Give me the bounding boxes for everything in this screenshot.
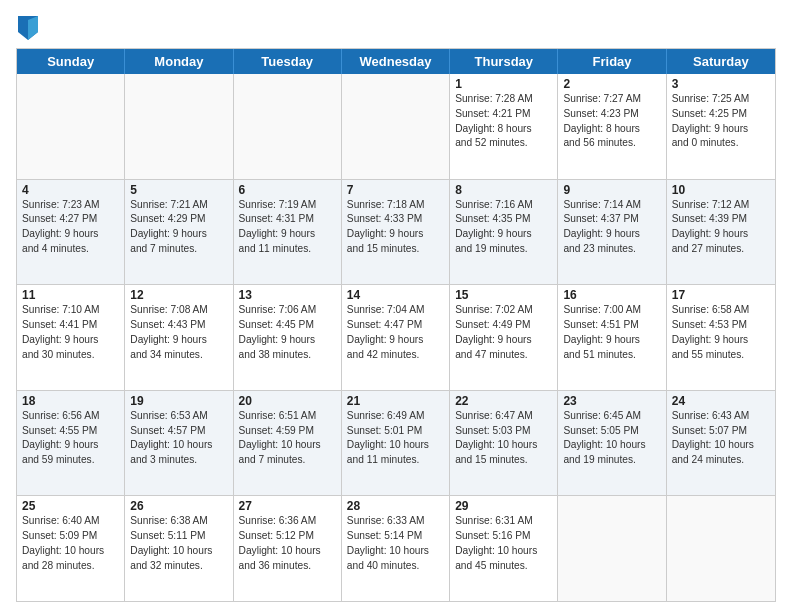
svg-marker-1	[28, 16, 38, 40]
day-info: Sunrise: 7:21 AMSunset: 4:29 PMDaylight:…	[130, 198, 227, 257]
day-info: Sunrise: 7:04 AMSunset: 4:47 PMDaylight:…	[347, 303, 444, 362]
header-day-friday: Friday	[558, 49, 666, 74]
day-number: 14	[347, 288, 444, 302]
day-cell-26: 26Sunrise: 6:38 AMSunset: 5:11 PMDayligh…	[125, 496, 233, 601]
day-info: Sunrise: 7:08 AMSunset: 4:43 PMDaylight:…	[130, 303, 227, 362]
day-info: Sunrise: 7:23 AMSunset: 4:27 PMDaylight:…	[22, 198, 119, 257]
day-info: Sunrise: 6:40 AMSunset: 5:09 PMDaylight:…	[22, 514, 119, 573]
day-number: 23	[563, 394, 660, 408]
day-info: Sunrise: 6:36 AMSunset: 5:12 PMDaylight:…	[239, 514, 336, 573]
day-number: 9	[563, 183, 660, 197]
day-number: 8	[455, 183, 552, 197]
calendar: SundayMondayTuesdayWednesdayThursdayFrid…	[16, 48, 776, 602]
header-day-monday: Monday	[125, 49, 233, 74]
logo-icon	[18, 16, 38, 40]
day-info: Sunrise: 6:51 AMSunset: 4:59 PMDaylight:…	[239, 409, 336, 468]
empty-cell	[558, 496, 666, 601]
day-number: 20	[239, 394, 336, 408]
day-number: 12	[130, 288, 227, 302]
day-cell-11: 11Sunrise: 7:10 AMSunset: 4:41 PMDayligh…	[17, 285, 125, 390]
empty-cell	[342, 74, 450, 179]
day-number: 13	[239, 288, 336, 302]
header	[16, 16, 776, 40]
day-cell-18: 18Sunrise: 6:56 AMSunset: 4:55 PMDayligh…	[17, 391, 125, 496]
day-number: 2	[563, 77, 660, 91]
day-cell-5: 5Sunrise: 7:21 AMSunset: 4:29 PMDaylight…	[125, 180, 233, 285]
day-cell-22: 22Sunrise: 6:47 AMSunset: 5:03 PMDayligh…	[450, 391, 558, 496]
day-number: 3	[672, 77, 770, 91]
day-cell-4: 4Sunrise: 7:23 AMSunset: 4:27 PMDaylight…	[17, 180, 125, 285]
day-cell-3: 3Sunrise: 7:25 AMSunset: 4:25 PMDaylight…	[667, 74, 775, 179]
day-cell-29: 29Sunrise: 6:31 AMSunset: 5:16 PMDayligh…	[450, 496, 558, 601]
day-number: 26	[130, 499, 227, 513]
header-day-wednesday: Wednesday	[342, 49, 450, 74]
logo	[16, 16, 38, 40]
calendar-week-4: 18Sunrise: 6:56 AMSunset: 4:55 PMDayligh…	[17, 391, 775, 497]
calendar-week-2: 4Sunrise: 7:23 AMSunset: 4:27 PMDaylight…	[17, 180, 775, 286]
day-info: Sunrise: 6:47 AMSunset: 5:03 PMDaylight:…	[455, 409, 552, 468]
header-day-tuesday: Tuesday	[234, 49, 342, 74]
calendar-body: 1Sunrise: 7:28 AMSunset: 4:21 PMDaylight…	[17, 74, 775, 601]
calendar-header-row: SundayMondayTuesdayWednesdayThursdayFrid…	[17, 49, 775, 74]
day-number: 6	[239, 183, 336, 197]
day-number: 11	[22, 288, 119, 302]
day-cell-25: 25Sunrise: 6:40 AMSunset: 5:09 PMDayligh…	[17, 496, 125, 601]
day-cell-17: 17Sunrise: 6:58 AMSunset: 4:53 PMDayligh…	[667, 285, 775, 390]
calendar-week-3: 11Sunrise: 7:10 AMSunset: 4:41 PMDayligh…	[17, 285, 775, 391]
page: SundayMondayTuesdayWednesdayThursdayFrid…	[0, 0, 792, 612]
header-day-sunday: Sunday	[17, 49, 125, 74]
day-info: Sunrise: 7:00 AMSunset: 4:51 PMDaylight:…	[563, 303, 660, 362]
day-cell-1: 1Sunrise: 7:28 AMSunset: 4:21 PMDaylight…	[450, 74, 558, 179]
day-number: 5	[130, 183, 227, 197]
day-cell-12: 12Sunrise: 7:08 AMSunset: 4:43 PMDayligh…	[125, 285, 233, 390]
day-info: Sunrise: 7:18 AMSunset: 4:33 PMDaylight:…	[347, 198, 444, 257]
day-info: Sunrise: 7:28 AMSunset: 4:21 PMDaylight:…	[455, 92, 552, 151]
day-cell-2: 2Sunrise: 7:27 AMSunset: 4:23 PMDaylight…	[558, 74, 666, 179]
day-cell-8: 8Sunrise: 7:16 AMSunset: 4:35 PMDaylight…	[450, 180, 558, 285]
empty-cell	[125, 74, 233, 179]
day-number: 27	[239, 499, 336, 513]
day-cell-7: 7Sunrise: 7:18 AMSunset: 4:33 PMDaylight…	[342, 180, 450, 285]
day-info: Sunrise: 6:31 AMSunset: 5:16 PMDaylight:…	[455, 514, 552, 573]
day-number: 22	[455, 394, 552, 408]
day-cell-28: 28Sunrise: 6:33 AMSunset: 5:14 PMDayligh…	[342, 496, 450, 601]
day-cell-24: 24Sunrise: 6:43 AMSunset: 5:07 PMDayligh…	[667, 391, 775, 496]
day-number: 1	[455, 77, 552, 91]
day-number: 29	[455, 499, 552, 513]
empty-cell	[667, 496, 775, 601]
day-cell-10: 10Sunrise: 7:12 AMSunset: 4:39 PMDayligh…	[667, 180, 775, 285]
header-day-thursday: Thursday	[450, 49, 558, 74]
empty-cell	[17, 74, 125, 179]
day-info: Sunrise: 6:56 AMSunset: 4:55 PMDaylight:…	[22, 409, 119, 468]
day-number: 25	[22, 499, 119, 513]
day-info: Sunrise: 6:49 AMSunset: 5:01 PMDaylight:…	[347, 409, 444, 468]
day-cell-13: 13Sunrise: 7:06 AMSunset: 4:45 PMDayligh…	[234, 285, 342, 390]
day-info: Sunrise: 7:25 AMSunset: 4:25 PMDaylight:…	[672, 92, 770, 151]
day-number: 17	[672, 288, 770, 302]
day-info: Sunrise: 7:14 AMSunset: 4:37 PMDaylight:…	[563, 198, 660, 257]
day-number: 10	[672, 183, 770, 197]
day-number: 7	[347, 183, 444, 197]
day-info: Sunrise: 6:58 AMSunset: 4:53 PMDaylight:…	[672, 303, 770, 362]
day-number: 21	[347, 394, 444, 408]
day-cell-9: 9Sunrise: 7:14 AMSunset: 4:37 PMDaylight…	[558, 180, 666, 285]
day-number: 24	[672, 394, 770, 408]
day-number: 15	[455, 288, 552, 302]
day-info: Sunrise: 7:12 AMSunset: 4:39 PMDaylight:…	[672, 198, 770, 257]
header-day-saturday: Saturday	[667, 49, 775, 74]
day-info: Sunrise: 7:02 AMSunset: 4:49 PMDaylight:…	[455, 303, 552, 362]
day-number: 16	[563, 288, 660, 302]
day-cell-6: 6Sunrise: 7:19 AMSunset: 4:31 PMDaylight…	[234, 180, 342, 285]
day-cell-23: 23Sunrise: 6:45 AMSunset: 5:05 PMDayligh…	[558, 391, 666, 496]
empty-cell	[234, 74, 342, 179]
day-cell-20: 20Sunrise: 6:51 AMSunset: 4:59 PMDayligh…	[234, 391, 342, 496]
day-info: Sunrise: 7:06 AMSunset: 4:45 PMDaylight:…	[239, 303, 336, 362]
day-number: 28	[347, 499, 444, 513]
day-cell-14: 14Sunrise: 7:04 AMSunset: 4:47 PMDayligh…	[342, 285, 450, 390]
day-info: Sunrise: 6:38 AMSunset: 5:11 PMDaylight:…	[130, 514, 227, 573]
day-info: Sunrise: 6:45 AMSunset: 5:05 PMDaylight:…	[563, 409, 660, 468]
day-number: 4	[22, 183, 119, 197]
day-info: Sunrise: 6:43 AMSunset: 5:07 PMDaylight:…	[672, 409, 770, 468]
day-info: Sunrise: 7:16 AMSunset: 4:35 PMDaylight:…	[455, 198, 552, 257]
day-info: Sunrise: 7:10 AMSunset: 4:41 PMDaylight:…	[22, 303, 119, 362]
